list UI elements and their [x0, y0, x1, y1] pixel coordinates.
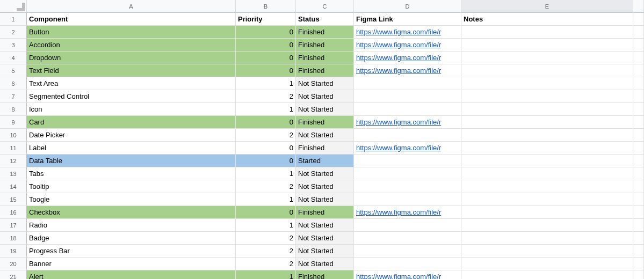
cell-figma-14[interactable] [354, 180, 461, 193]
figma-link[interactable]: https://www.figma.com/file/r [356, 144, 441, 152]
cell-overflow-18[interactable] [633, 232, 644, 245]
cell-component-7[interactable]: Segmented Control [27, 90, 236, 103]
cell-overflow-5[interactable] [633, 64, 644, 77]
cell-notes-20[interactable] [461, 258, 633, 270]
cell-figma-13[interactable] [354, 167, 461, 180]
row-header-7[interactable]: 7 [0, 90, 27, 103]
cell-component-18[interactable]: Badge [27, 232, 236, 245]
cell-status-15[interactable]: Not Started [296, 193, 354, 206]
cell-notes-4[interactable] [461, 52, 633, 64]
cell-notes-8[interactable] [461, 103, 633, 116]
row-header-19[interactable]: 19 [0, 245, 27, 258]
cell-overflow-20[interactable] [633, 258, 644, 270]
cell-status-10[interactable]: Not Started [296, 129, 354, 142]
cell-component-19[interactable]: Progress Bar [27, 245, 236, 258]
cell-component-8[interactable]: Icon [27, 103, 236, 116]
cell-notes-19[interactable] [461, 245, 633, 258]
cell-priority-11[interactable]: 0 [236, 142, 296, 155]
cell-B1[interactable]: Priority [236, 13, 296, 26]
cell-notes-16[interactable] [461, 206, 633, 219]
row-header-5[interactable]: 5 [0, 64, 27, 77]
cell-status-13[interactable]: Not Started [296, 167, 354, 180]
row-header-11[interactable]: 11 [0, 142, 27, 155]
cell-status-2[interactable]: Finished [296, 26, 354, 39]
cell-overflow-14[interactable] [633, 180, 644, 193]
column-header-E[interactable]: E [461, 0, 633, 13]
cell-figma-6[interactable] [354, 77, 461, 90]
cell-overflow-13[interactable] [633, 167, 644, 180]
cell-component-13[interactable]: Tabs [27, 167, 236, 180]
cell-notes-21[interactable] [461, 270, 633, 279]
cell-priority-17[interactable]: 1 [236, 219, 296, 232]
cell-notes-3[interactable] [461, 39, 633, 52]
cell-figma-9[interactable]: https://www.figma.com/file/r [354, 116, 461, 129]
cell-figma-12[interactable] [354, 155, 461, 167]
cell-priority-9[interactable]: 0 [236, 116, 296, 129]
cell-priority-20[interactable]: 2 [236, 258, 296, 270]
cell-status-7[interactable]: Not Started [296, 90, 354, 103]
cell-figma-8[interactable] [354, 103, 461, 116]
figma-link[interactable]: https://www.figma.com/file/r [356, 54, 441, 62]
cell-status-14[interactable]: Not Started [296, 180, 354, 193]
cell-notes-7[interactable] [461, 90, 633, 103]
row-header-16[interactable]: 16 [0, 206, 27, 219]
cell-overflow-11[interactable] [633, 142, 644, 155]
row-header-20[interactable]: 20 [0, 258, 27, 270]
cell-priority-3[interactable]: 0 [236, 39, 296, 52]
row-header-12[interactable]: 12 [0, 155, 27, 167]
cell-component-10[interactable]: Date Picker [27, 129, 236, 142]
cell-priority-12[interactable]: 0 [236, 155, 296, 167]
cell-notes-9[interactable] [461, 116, 633, 129]
cell-overflow-15[interactable] [633, 193, 644, 206]
figma-link[interactable]: https://www.figma.com/file/r [356, 41, 441, 49]
cell-notes-14[interactable] [461, 180, 633, 193]
cell-component-11[interactable]: Label [27, 142, 236, 155]
cell-priority-10[interactable]: 2 [236, 129, 296, 142]
figma-link[interactable]: https://www.figma.com/file/r [356, 28, 441, 36]
cell-priority-18[interactable]: 2 [236, 232, 296, 245]
cell-priority-8[interactable]: 1 [236, 103, 296, 116]
cell-overflow-3[interactable] [633, 39, 644, 52]
cell-status-21[interactable]: Finished [296, 270, 354, 279]
figma-link[interactable]: https://www.figma.com/file/r [356, 273, 441, 279]
cell-figma-10[interactable] [354, 129, 461, 142]
column-header-C[interactable]: C [296, 0, 354, 13]
cell-priority-19[interactable]: 2 [236, 245, 296, 258]
cell-component-20[interactable]: Banner [27, 258, 236, 270]
cell-status-12[interactable]: Started [296, 155, 354, 167]
row-header-13[interactable]: 13 [0, 167, 27, 180]
cell-overflow-10[interactable] [633, 129, 644, 142]
cell-status-6[interactable]: Not Started [296, 77, 354, 90]
figma-link[interactable]: https://www.figma.com/file/r [356, 118, 441, 126]
cell-figma-16[interactable]: https://www.figma.com/file/r [354, 206, 461, 219]
cell-overflow-6[interactable] [633, 77, 644, 90]
cell-component-4[interactable]: Dropdown [27, 52, 236, 64]
cell-overflow-8[interactable] [633, 103, 644, 116]
cell-priority-6[interactable]: 1 [236, 77, 296, 90]
cell-notes-17[interactable] [461, 219, 633, 232]
cell-overflow-16[interactable] [633, 206, 644, 219]
cell-component-6[interactable]: Text Area [27, 77, 236, 90]
cell-status-18[interactable]: Not Started [296, 232, 354, 245]
cell-figma-18[interactable] [354, 232, 461, 245]
cell-E1[interactable]: Notes [461, 13, 633, 26]
cell-component-2[interactable]: Button [27, 26, 236, 39]
cell-component-5[interactable]: Text Field [27, 64, 236, 77]
cell-component-21[interactable]: Alert [27, 270, 236, 279]
cell-figma-17[interactable] [354, 219, 461, 232]
cell-status-8[interactable]: Not Started [296, 103, 354, 116]
cell-notes-13[interactable] [461, 167, 633, 180]
cell-notes-18[interactable] [461, 232, 633, 245]
cell-overflow-21[interactable] [633, 270, 644, 279]
cell-priority-4[interactable]: 0 [236, 52, 296, 64]
cell-status-17[interactable]: Not Started [296, 219, 354, 232]
cell-notes-5[interactable] [461, 64, 633, 77]
figma-link[interactable]: https://www.figma.com/file/r [356, 67, 441, 75]
cell-figma-19[interactable] [354, 245, 461, 258]
row-header-1[interactable]: 1 [0, 13, 27, 26]
cell-notes-2[interactable] [461, 26, 633, 39]
row-header-21[interactable]: 21 [0, 270, 27, 279]
cell-figma-4[interactable]: https://www.figma.com/file/r [354, 52, 461, 64]
cell-figma-2[interactable]: https://www.figma.com/file/r [354, 26, 461, 39]
cell-figma-11[interactable]: https://www.figma.com/file/r [354, 142, 461, 155]
